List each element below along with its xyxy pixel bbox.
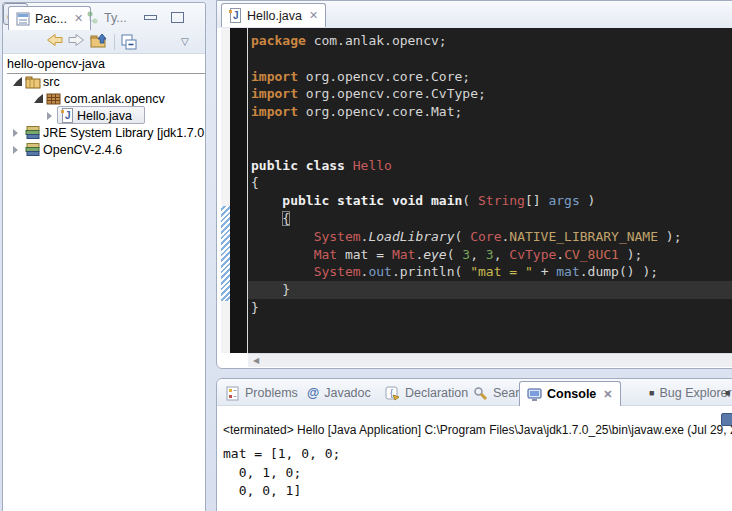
close-icon[interactable]: ✕ xyxy=(74,12,83,25)
console-panel: Problems @ Javadoc { Declaration Search … xyxy=(216,378,732,511)
tab-console[interactable]: Console ✕ xyxy=(519,381,621,406)
code-line: public class Hello xyxy=(248,157,732,175)
tree-item-label: OpenCV-2.4.6 xyxy=(43,143,122,157)
eclipse-workbench: { "package_explorer": { "tabs": [ { "lab… xyxy=(0,0,732,511)
code-line: System.LoadLibrary( Core.NATIVE_LIBRARY_… xyxy=(248,228,732,246)
editor-tab-bar: J Hello.java ✕ xyxy=(217,1,732,28)
code-line: } xyxy=(248,281,732,299)
minimize-view-button[interactable] xyxy=(144,15,157,20)
tab-bug[interactable]: ■ Bug xyxy=(725,383,732,403)
tree-item-label: src xyxy=(43,75,60,89)
method-range-indicator xyxy=(221,206,230,301)
search-icon xyxy=(473,386,488,401)
tab-declaration[interactable]: { Declaration xyxy=(385,383,468,403)
console-process-title: <terminated> Hello [Java Application] C:… xyxy=(223,423,732,437)
problems-icon xyxy=(225,386,240,401)
maximize-view-button[interactable] xyxy=(171,12,184,23)
code-line: } xyxy=(248,299,732,317)
code-line xyxy=(248,121,732,139)
tab-problems[interactable]: Problems xyxy=(225,383,298,403)
close-icon[interactable]: ✕ xyxy=(603,388,612,401)
console-output[interactable]: mat = [1, 0, 0; 0, 1, 0; 0, 0, 1] xyxy=(223,445,732,501)
project-root-label: hello-opencv-java xyxy=(7,57,105,71)
tab-hello-java[interactable]: J Hello.java ✕ xyxy=(221,3,326,27)
back-button[interactable] xyxy=(46,33,64,51)
tree-item-jre-library[interactable]: JRE System Library [jdk1.7.0 xyxy=(3,124,205,141)
twistie-expanded-icon[interactable] xyxy=(34,94,43,103)
code-line xyxy=(248,139,732,157)
bottom-tab-bar: Problems @ Javadoc { Declaration Search … xyxy=(217,379,732,406)
console-icon xyxy=(527,387,542,402)
toolbar-separator xyxy=(114,34,115,50)
scroll-left-icon[interactable]: ◀ xyxy=(253,356,259,365)
tab-label: Javadoc xyxy=(324,386,371,400)
folding-gutter[interactable] xyxy=(230,28,247,353)
console-output-line: 0, 1, 0; xyxy=(223,464,732,483)
code-line: import org.opencv.core.CvType; xyxy=(248,85,732,103)
annotation-ruler[interactable] xyxy=(221,28,230,353)
close-icon[interactable]: ✕ xyxy=(309,9,318,22)
tab-label: Declaration xyxy=(405,386,468,400)
tree-item-package[interactable]: com.anlak.opencv xyxy=(3,90,205,107)
svg-text:J: J xyxy=(233,10,239,21)
svg-text:J: J xyxy=(65,110,71,121)
twistie-collapsed-icon[interactable] xyxy=(47,112,52,120)
tab-label: Hello.java xyxy=(247,9,302,23)
twistie-collapsed-icon[interactable] xyxy=(13,146,18,154)
code-area[interactable]: package com.anlak.opencv;import org.open… xyxy=(248,28,732,353)
svg-text:{: { xyxy=(390,388,393,398)
tree-item-label: com.anlak.opencv xyxy=(64,92,165,106)
code-line: System.out.println( "mat = " + mat.dump(… xyxy=(248,263,732,281)
tab-package-explorer[interactable]: Pac... ✕ xyxy=(8,6,91,30)
code-line: import org.opencv.core.Mat; xyxy=(248,103,732,121)
library-icon xyxy=(25,142,41,158)
package-explorer-panel: Pac... ✕ Ty... ▽ hello-opencv-java xyxy=(2,2,206,511)
type-hierarchy-icon xyxy=(86,11,99,25)
editor-panel: J Hello.java ✕ package com.anlak.opencv;… xyxy=(216,0,732,369)
view-menu-icon[interactable]: ▽ xyxy=(181,36,189,47)
code-line: Mat mat = Mat.eye( 3, 3, CvType.CV_8UC1 … xyxy=(248,246,732,264)
twistie-collapsed-icon[interactable] xyxy=(13,129,18,137)
tab-label: Pac... xyxy=(35,12,67,26)
bug-square-icon: ■ xyxy=(649,388,654,398)
tab-javadoc[interactable]: @ Javadoc xyxy=(307,383,371,403)
java-class-file-icon: J xyxy=(61,108,74,123)
tree-item-label: Hello.java xyxy=(77,109,132,123)
package-explorer-icon xyxy=(16,12,30,26)
package-icon xyxy=(46,91,61,106)
twistie-expanded-icon[interactable] xyxy=(13,77,22,86)
console-output-line: 0, 0, 1] xyxy=(223,482,732,501)
library-icon xyxy=(25,125,41,141)
code-line: package com.anlak.opencv; xyxy=(248,32,732,50)
code-line: { xyxy=(248,210,732,228)
collapse-all-button[interactable] xyxy=(120,33,138,51)
tab-label: Console xyxy=(547,387,596,401)
declaration-icon: { xyxy=(385,386,400,401)
bug-square-icon: ■ xyxy=(725,388,730,398)
console-output-line: mat = [1, 0, 0; xyxy=(223,445,732,464)
tab-bug-explorer[interactable]: ■ Bug Explorer xyxy=(649,383,732,403)
code-line: { xyxy=(248,174,732,192)
javadoc-icon: @ xyxy=(307,386,319,400)
tab-type-hierarchy[interactable]: Ty... xyxy=(86,6,127,30)
tree-item-src[interactable]: src xyxy=(3,73,205,90)
tab-label: Ty... xyxy=(104,11,127,25)
tree-item-label: JRE System Library [jdk1.7.0 xyxy=(43,126,204,140)
package-explorer-header: Pac... ✕ Ty... ▽ xyxy=(3,3,205,54)
tree-item-hello-java[interactable]: J Hello.java xyxy=(3,107,205,124)
horizontal-scrollbar[interactable]: ◀ xyxy=(248,353,732,367)
tab-label: Bug Explorer xyxy=(659,386,731,400)
forward-button[interactable] xyxy=(68,33,86,51)
java-file-icon: J xyxy=(229,8,242,23)
tree-item-opencv-library[interactable]: OpenCV-2.4.6 xyxy=(3,141,205,158)
code-line: public static void main( String[] args ) xyxy=(248,192,732,210)
package-folder-icon xyxy=(25,74,41,89)
code-line: import org.opencv.core.Core; xyxy=(248,68,732,86)
up-button[interactable] xyxy=(90,33,108,51)
code-line xyxy=(248,50,732,68)
tab-label: Problems xyxy=(245,386,298,400)
